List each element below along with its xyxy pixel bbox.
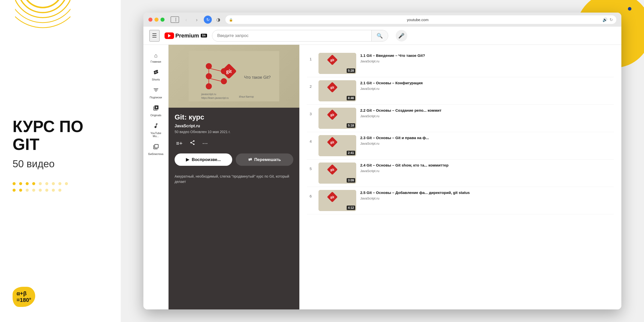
video-number: 5 xyxy=(307,163,314,171)
dot xyxy=(32,189,35,192)
refresh-icon[interactable]: ↻ xyxy=(204,16,212,24)
search-button[interactable]: 🔍 xyxy=(371,30,388,42)
shield-icon[interactable]: ◑ xyxy=(215,16,222,23)
sidebar-item-music[interactable]: YouTube Mu... xyxy=(145,120,167,140)
user-badge: BA xyxy=(201,34,207,37)
sidebar-item-subscriptions[interactable]: Подписки xyxy=(145,85,167,101)
playlist-buttons: ▶ Воспроизве... ⇄ Перемешать xyxy=(175,153,293,166)
video-list-item[interactable]: 4 git 2:41 2.3 Git – Основы – Git и прав… xyxy=(307,132,614,159)
add-to-queue-button[interactable]: ≡+ xyxy=(175,138,184,148)
address-bar[interactable]: 🔒 youtube.com 🔊 ↻ xyxy=(225,15,616,24)
dot xyxy=(52,189,55,192)
video-channel: JavaScript.ru xyxy=(360,142,614,145)
sidebar-item-label: YouTube Mu... xyxy=(148,132,164,138)
youtube-logo: Premium BA xyxy=(165,32,207,39)
svg-text:Что такое Git?: Что такое Git? xyxy=(244,75,271,79)
minimize-button[interactable] xyxy=(154,18,158,22)
traffic-lights xyxy=(148,18,165,22)
search-bar[interactable]: 🔍 xyxy=(212,30,388,42)
svg-point-0 xyxy=(23,0,63,8)
share-button[interactable] xyxy=(188,138,197,148)
sidebar-item-home[interactable]: ⌂ Главная xyxy=(145,50,167,66)
video-list-item[interactable]: 6 git 4:12 2.5 Git – Основы – Добавление… xyxy=(307,187,614,214)
youtube-icon xyxy=(165,32,174,39)
video-title: 2.1 Git – Основы – Конфигурация xyxy=(360,80,614,86)
video-info: 2.3 Git – Основы – Git и права на ф... J… xyxy=(360,135,614,145)
video-list-item[interactable]: 3 git 5:18 2.2 Git – Основы – Создание р… xyxy=(307,105,614,132)
premium-label: Premium xyxy=(175,32,199,39)
subscriptions-icon xyxy=(153,87,159,95)
video-info: 2.2 Git – Основы – Создание репо... комм… xyxy=(360,108,614,118)
shuffle-button[interactable]: ⇄ Перемешать xyxy=(236,153,293,166)
youtube-header: ☰ Premium BA 🔍 🎤 xyxy=(143,27,621,45)
dot xyxy=(13,189,16,192)
video-info: 2.1 Git – Основы – Конфигурация JavaScri… xyxy=(360,80,614,91)
video-list-item[interactable]: 1 git 5:28 1.1 Git – Введение – Что тако… xyxy=(307,50,614,77)
video-list-panel[interactable]: 1 git 5:28 1.1 Git – Введение – Что тако… xyxy=(299,45,621,309)
maximize-button[interactable] xyxy=(160,18,165,22)
dot xyxy=(58,189,61,192)
video-number: 2 xyxy=(307,80,314,89)
reload-icon[interactable]: ↻ xyxy=(610,17,613,22)
playlist-channel: JavaScript.ru xyxy=(175,124,293,128)
playlist-title: Git: курс xyxy=(175,113,293,121)
browser-window: ‹ › ↻ ◑ 🔒 youtube.com 🔊 ↻ ☰ Premi xyxy=(143,13,621,309)
video-thumbnail: git 2:41 xyxy=(318,135,356,156)
svg-text:git: git xyxy=(330,86,334,89)
video-list-item[interactable]: 2 git 8:46 2.1 Git – Основы – Конфигурац… xyxy=(307,77,614,105)
video-info: 2.5 Git – Основы – Добавление фа... дире… xyxy=(360,190,614,200)
sidebar-item-shorts[interactable]: Shorts xyxy=(145,67,167,84)
video-duration: 4:12 xyxy=(347,206,355,210)
shuffle-icon: ⇄ xyxy=(248,157,252,162)
formula-text: α+β=180° xyxy=(17,290,31,303)
video-number: 6 xyxy=(307,190,314,198)
play-button[interactable]: ▶ Воспроизве... xyxy=(175,153,232,166)
dot xyxy=(58,182,61,185)
youtube-sidebar: ⌂ Главная Shorts Подписки xyxy=(143,45,169,309)
svg-text:git: git xyxy=(330,58,334,62)
video-title: 1.1 Git – Введение – Что такое Git? xyxy=(360,53,614,58)
forward-button[interactable]: › xyxy=(193,16,200,23)
shuffle-label: Перемешать xyxy=(254,157,281,162)
right-area: ‹ › ↻ ◑ 🔒 youtube.com 🔊 ↻ ☰ Premi xyxy=(121,0,644,322)
home-icon: ⌂ xyxy=(154,52,157,59)
dot-grid-decoration xyxy=(13,182,108,192)
video-channel: JavaScript.ru xyxy=(360,114,614,118)
dot xyxy=(45,182,48,185)
sidebar-item-library[interactable]: Библиотека xyxy=(145,141,167,158)
dot xyxy=(26,189,29,192)
sidebar-toggle-button[interactable] xyxy=(171,16,179,23)
search-input[interactable] xyxy=(212,33,371,38)
close-button[interactable] xyxy=(148,18,152,22)
video-duration: 8:46 xyxy=(347,96,355,100)
volume-icon[interactable]: 🔊 xyxy=(602,17,608,22)
dot xyxy=(13,182,16,185)
more-options-button[interactable]: ⋯ xyxy=(201,138,209,148)
music-icon xyxy=(153,123,159,130)
dot xyxy=(19,189,22,192)
back-button[interactable]: ‹ xyxy=(183,16,190,23)
video-thumbnail: git 8:46 xyxy=(318,80,356,101)
video-thumbnail: git 5:28 xyxy=(318,53,356,74)
video-number: 1 xyxy=(307,53,314,61)
video-title: 2.2 Git – Основы – Создание репо... комм… xyxy=(360,108,614,113)
svg-point-10 xyxy=(221,78,227,84)
arc-decoration xyxy=(15,0,70,50)
play-icon: ▶ xyxy=(186,157,189,162)
video-list-item[interactable]: 5 git 3:09 2.4 Git – Основы – Git show, … xyxy=(307,159,614,187)
sidebar-item-originals[interactable]: Originals xyxy=(145,102,167,119)
dot xyxy=(32,182,35,185)
mic-button[interactable]: 🎤 xyxy=(396,30,407,42)
hamburger-menu-button[interactable]: ☰ xyxy=(149,30,159,42)
dot xyxy=(45,189,48,192)
playlist-description: Аккуратный, необходимый, слегка "продвин… xyxy=(169,174,299,189)
svg-text:javascript.ru: javascript.ru xyxy=(201,93,216,96)
playlist-thumbnail: git Что такое Git? javascript.ru https:/… xyxy=(169,45,299,108)
playlist-meta: 50 видео Обновлен 10 мая 2021 г. xyxy=(175,130,293,134)
svg-text:git: git xyxy=(330,140,334,144)
shorts-icon xyxy=(153,69,159,77)
svg-text:Илья Кантор: Илья Кантор xyxy=(239,95,254,98)
svg-text:https://learn.javascript.ru: https://learn.javascript.ru xyxy=(201,97,229,99)
svg-text:git: git xyxy=(330,113,334,117)
playlist-info: Git: курс JavaScript.ru 50 видео Обновле… xyxy=(169,108,299,170)
